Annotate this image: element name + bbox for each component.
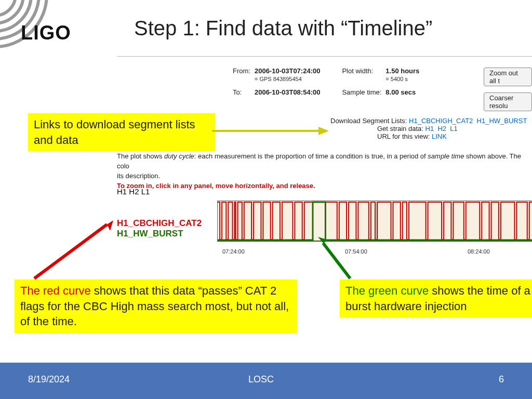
plotwidth-value: 1.50 hours [385,66,423,75]
strain-link-l1[interactable]: L1 [450,125,457,132]
footer-date: 8/19/2024 [28,374,70,385]
zoom-out-button[interactable]: Zoom out all t [484,68,532,86]
callout-red-curve: The red curve shows that this data “pass… [15,280,297,333]
strain-link-h2[interactable]: H2 [437,125,446,132]
meta-block: From: 2006-10-03T07:24:00 Plot width: 1.… [233,66,423,97]
strain-label: Get strain data: [377,125,423,132]
from-sub: = GPS 843895454 [255,75,324,83]
svg-line-7 [34,224,107,278]
coarser-button[interactable]: Coarser resolu [484,92,532,111]
url-label: URL for this view: [377,132,430,140]
svg-point-0 [0,0,16,16]
legend-green: H1_HW_BURST [117,229,202,239]
logo-text: LIGO [21,22,71,44]
download-block: Download Segment Lists: H1_CBCHIGH_CAT2 … [330,117,532,140]
to-label: To: [233,88,255,97]
timeline-chart[interactable] [217,201,532,242]
arrow-red-icon [29,217,117,284]
xtick-2: 08:24:00 [468,248,490,255]
from-value: 2006-10-03T07:24:00 [255,66,324,75]
footer-page: 6 [499,374,504,385]
callout-downloads: Links to download segment lists and data [28,113,215,151]
footer: 8/19/2024 LOSC 6 [0,363,532,399]
y-axis-label: H1 H2 L1 [117,187,150,196]
strain-link-h1[interactable]: H1 [425,125,434,132]
seg-link-1[interactable]: H1_CBCHIGH_CAT2 [409,117,473,125]
seg-label: Download Segment Lists: [330,117,407,125]
legend-red: H1_CBCHIGH_CAT2 [117,218,202,229]
caption-text: The plot shows duty cycle: each measurem… [117,152,532,191]
divider [117,56,532,57]
page-title: Step 1: Find data with “Timeline” [134,17,432,40]
svg-line-9 [323,243,350,278]
plotwidth-label: Plot width: [342,66,385,75]
from-label: From: [233,66,255,75]
url-link[interactable]: LINK [432,132,447,140]
xtick-0: 07:24:00 [222,248,245,255]
callout-green-curve: The green curve shows the time of a burs… [340,280,532,317]
svg-marker-6 [318,127,329,135]
plotwidth-sub: = 5400 s [385,75,423,83]
footer-source: LOSC [248,374,274,385]
chart-legend: H1_CBCHIGH_CAT2 H1_HW_BURST [117,218,202,239]
to-value: 2006-10-03T08:54:00 [255,88,324,97]
svg-marker-8 [107,220,113,231]
svg-marker-10 [318,237,328,243]
seg-link-2[interactable]: H1_HW_BURST [477,117,527,125]
sample-label: Sample time: [342,88,385,97]
arrow-right-icon [212,125,331,137]
sample-value: 8.00 secs [385,88,423,97]
arrow-green-icon [314,236,366,283]
